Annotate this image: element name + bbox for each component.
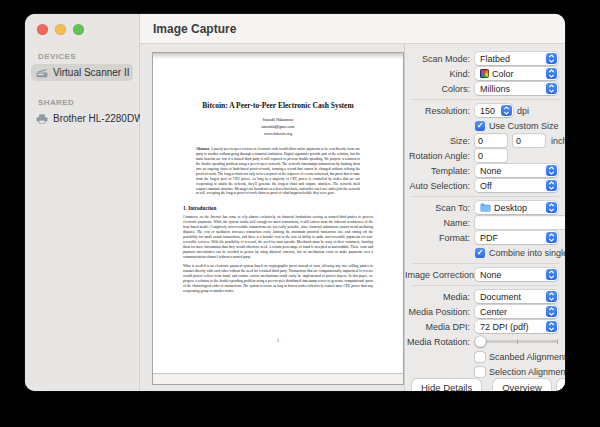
format-select[interactable]: PDF [475,231,558,244]
popup-arrows-icon [546,202,557,213]
window-title: Image Capture [153,22,236,36]
auto-selection-row: Auto Selection: Off [405,178,565,193]
colors-select[interactable]: Millions [475,82,558,95]
colors-label: Colors: [405,84,470,94]
scanbed-alignment-checkbox[interactable] [475,352,485,362]
document-paragraph: What is needed is an electronic payment … [183,264,373,294]
footer: Hide Details Overview Scan [405,379,565,391]
document-website: www.bitcoin.org [153,131,403,138]
scan-mode-label: Scan Mode: [405,54,470,64]
popup-arrows-icon [546,68,557,79]
size-width-field[interactable] [475,134,507,147]
media-dpi-label: Media DPI: [405,322,470,332]
use-custom-size-checkbox[interactable]: ✓ [475,121,485,131]
scanbed-alignment-row: Scanbed Alignment [405,350,565,363]
slider-thumb[interactable] [475,336,486,347]
image-correction-select[interactable]: None [475,268,558,281]
selection-alignment-row: Selection Alignment [405,365,565,378]
size-height-field[interactable] [513,134,545,147]
resolution-unit: dpi [517,106,529,116]
document-authors: Satoshi Nakamoto satoshin@gmx.com www.bi… [153,117,403,138]
close-window-button[interactable] [37,24,48,35]
zoom-window-button[interactable] [73,24,84,35]
popup-arrows-icon [546,180,557,191]
media-select[interactable]: Document [475,290,558,303]
document-section-heading: 1. Introduction [183,205,373,211]
document-title: Bitcoin: A Peer-to-Peer Electronic Cash … [178,101,378,110]
slider-tick [557,339,558,344]
popup-arrows-icon [546,53,557,64]
overview-button[interactable]: Overview [493,379,551,391]
scanner-icon [36,68,48,78]
sidebar-item-label: Virtual Scanner II [53,67,130,78]
selection-alignment-checkbox[interactable] [475,367,485,377]
media-rotation-label: Media Rotation: [405,337,470,347]
size-row: Size: inches [405,133,565,148]
kind-select[interactable]: Color [475,67,558,80]
divider [411,285,559,286]
use-custom-size-row: ✓ Use Custom Size [405,119,565,132]
document-abstract: Abstract. A purely peer-to-peer version … [196,147,360,197]
minimize-window-button[interactable] [55,24,66,35]
media-dpi-row: Media DPI: 72 DPI (pdf) [405,319,565,334]
resolution-label: Resolution: [405,106,470,116]
titlebar: Image Capture [140,14,565,44]
media-position-row: Media Position: Center [405,304,565,319]
image-correction-row: Image Correction: None [405,267,565,282]
media-rotation-slider[interactable] [475,335,558,348]
popup-arrows-icon [501,105,512,116]
popup-arrows-icon [546,291,557,302]
media-position-select[interactable]: Center [475,305,558,318]
scan-button[interactable]: Scan [557,379,565,391]
printer-icon [36,114,48,124]
kind-row: Kind: Color [405,66,565,81]
format-label: Format: [405,233,470,243]
combine-row: ✓ Combine into single document [405,246,565,259]
document-paragraph: Commerce on the Internet has come to rel… [183,215,373,260]
sidebar-item-brother-printer[interactable]: Brother HL-2280DW [31,110,133,127]
document-page-number: 1 [153,338,403,343]
color-palette-icon [480,69,489,78]
resolution-select[interactable]: 150 [475,104,513,117]
popup-arrows-icon [546,83,557,94]
scan-preview[interactable]: Bitcoin: A Peer-to-Peer Electronic Cash … [152,52,404,385]
devices-section-header: DEVICES [38,52,139,61]
template-select[interactable]: None [475,164,558,177]
divider [411,263,559,264]
scan-to-label: Scan To: [405,203,470,213]
combine-checkbox[interactable]: ✓ [475,248,485,258]
document-author: Satoshi Nakamoto [153,117,403,124]
rotation-angle-field[interactable] [475,149,507,162]
colors-row: Colors: Millions [405,81,565,96]
image-capture-window: DEVICES Virtual Scanner II SHARED Brothe… [25,14,565,391]
popup-arrows-icon [546,232,557,243]
media-label: Media: [405,292,470,302]
content: Bitcoin: A Peer-to-Peer Electronic Cash … [140,44,565,391]
template-row: Template: None [405,163,565,178]
hide-details-button[interactable]: Hide Details [412,379,481,391]
auto-selection-select[interactable]: Off [475,179,558,192]
kind-label: Kind: [405,69,470,79]
scanbed-alignment-label: Scanbed Alignment [489,352,565,362]
horizontal-scrollbar[interactable] [153,373,403,384]
image-correction-label: Image Correction: [405,270,470,280]
name-field[interactable] [475,216,565,229]
settings-panel: Scan Mode: Flatbed Kind: Color [404,44,565,391]
popup-arrows-icon [546,165,557,176]
template-label: Template: [405,166,470,176]
size-unit: inches [551,136,565,146]
popup-arrows-icon [546,269,557,280]
sidebar-item-label: Brother HL-2280DW [53,113,144,124]
auto-selection-label: Auto Selection: [405,181,470,191]
media-position-label: Media Position: [405,307,470,317]
scan-to-select[interactable]: Desktop [475,201,558,214]
shared-section-header: SHARED [38,98,139,107]
media-dpi-select[interactable]: 72 DPI (pdf) [475,320,558,333]
scan-mode-select[interactable]: Flatbed [475,52,558,65]
main-area: Image Capture Bitcoin: A Peer-to-Peer El… [140,14,565,391]
media-rotation-row: Media Rotation: [405,334,565,349]
document-preview: Bitcoin: A Peer-to-Peer Electronic Cash … [153,59,403,373]
popup-arrows-icon [546,321,557,332]
size-label: Size: [405,136,470,146]
sidebar-item-virtual-scanner[interactable]: Virtual Scanner II [31,64,133,81]
